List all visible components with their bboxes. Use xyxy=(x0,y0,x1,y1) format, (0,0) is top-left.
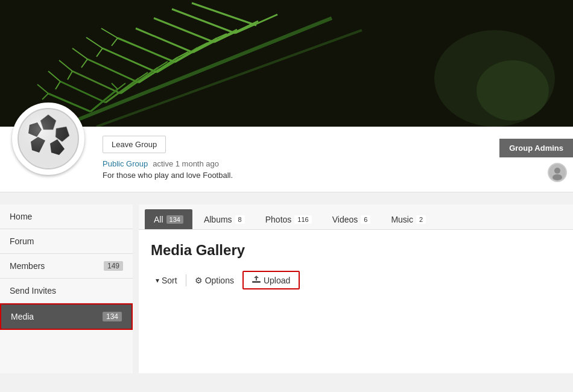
tab-albums-badge: 8 xyxy=(235,215,245,224)
svg-point-55 xyxy=(552,174,562,180)
group-meta: Public Group active 1 month ago xyxy=(103,159,561,168)
active-text: active 1 month ago xyxy=(153,159,219,168)
tab-videos[interactable]: Videos 6 xyxy=(323,209,380,229)
tab-albums[interactable]: Albums 8 xyxy=(195,209,254,229)
admin-person-icon xyxy=(549,164,566,181)
svg-point-43 xyxy=(476,60,549,121)
avatar xyxy=(12,103,84,175)
soccer-ball-icon xyxy=(15,106,81,172)
options-button[interactable]: ⚙ Options xyxy=(190,273,239,288)
sidebar-item-members[interactable]: Members 149 xyxy=(0,254,133,279)
main-content: Home Forum Members 149 Send Invites Medi… xyxy=(0,192,573,373)
sidebar-item-forum-label: Forum xyxy=(10,236,34,246)
sidebar-item-home-label: Home xyxy=(10,212,32,221)
group-admins-button[interactable]: Group Admins xyxy=(499,139,573,157)
upload-icon xyxy=(252,275,261,285)
tab-music[interactable]: Music 2 xyxy=(382,209,435,229)
sort-down-icon: ▾ xyxy=(156,276,159,285)
gallery-toolbar: ▾ Sort ⚙ Options Uploa xyxy=(151,271,561,289)
svg-point-54 xyxy=(554,168,560,174)
public-group-link[interactable]: Public Group xyxy=(103,159,148,168)
svg-marker-58 xyxy=(254,276,259,278)
leave-group-button[interactable]: Leave Group xyxy=(103,136,166,153)
profile-section: Leave Group Public Group active 1 month … xyxy=(0,127,573,192)
tabs-bar: All 134 Albums 8 Photos 116 Videos 6 Mus… xyxy=(139,204,573,230)
sort-label: Sort xyxy=(162,276,177,285)
admin-avatar[interactable] xyxy=(548,163,567,182)
content-area: All 134 Albums 8 Photos 116 Videos 6 Mus… xyxy=(139,204,573,373)
gallery-title: Media Gallery xyxy=(151,242,561,259)
group-info: Leave Group Public Group active 1 month … xyxy=(97,133,561,180)
gear-icon: ⚙ xyxy=(195,276,203,285)
tab-videos-badge: 6 xyxy=(361,215,370,224)
sidebar-item-forum[interactable]: Forum xyxy=(0,229,133,254)
svg-point-52 xyxy=(18,109,78,169)
sidebar-members-badge: 149 xyxy=(104,261,123,271)
tab-all-badge: 134 xyxy=(166,215,183,224)
group-description: For those who play and love Football. xyxy=(103,171,561,180)
sidebar-media-badge: 134 xyxy=(103,312,122,321)
tab-photos-label: Photos xyxy=(265,215,292,224)
avatar-container xyxy=(12,103,97,163)
tab-photos-badge: 116 xyxy=(294,215,311,224)
tab-music-badge: 2 xyxy=(416,215,426,224)
sidebar: Home Forum Members 149 Send Invites Medi… xyxy=(0,204,133,373)
toolbar-divider xyxy=(186,274,186,286)
sidebar-item-home[interactable]: Home xyxy=(0,204,133,229)
sidebar-item-members-label: Members xyxy=(10,261,45,271)
sort-button[interactable]: ▾ Sort xyxy=(151,273,182,288)
options-label: Options xyxy=(205,276,234,285)
sidebar-item-media[interactable]: Media 134 xyxy=(0,303,133,330)
tab-music-label: Music xyxy=(391,215,413,224)
svg-rect-56 xyxy=(252,281,261,283)
tab-photos[interactable]: Photos 116 xyxy=(256,209,321,229)
sidebar-item-send-invites[interactable]: Send Invites xyxy=(0,279,133,303)
upload-button[interactable]: Upload xyxy=(242,271,300,289)
sidebar-item-send-invites-label: Send Invites xyxy=(10,286,56,296)
upload-label: Upload xyxy=(264,276,290,285)
tab-albums-label: Albums xyxy=(204,215,232,224)
sidebar-item-media-label: Media xyxy=(11,312,34,321)
tab-all[interactable]: All 134 xyxy=(145,209,192,229)
tab-videos-label: Videos xyxy=(332,215,358,224)
tab-all-label: All xyxy=(154,215,163,224)
gallery-section: Media Gallery ▾ Sort ⚙ Options xyxy=(139,230,573,308)
